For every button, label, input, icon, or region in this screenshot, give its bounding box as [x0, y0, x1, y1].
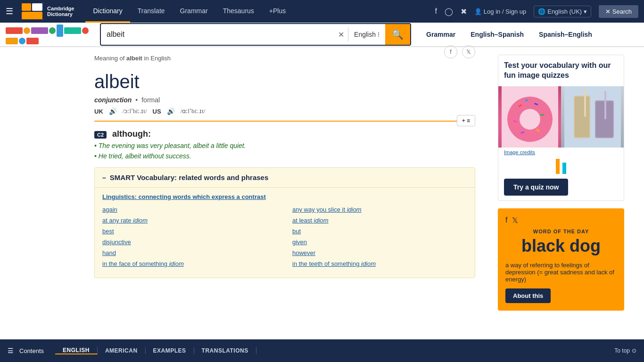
language-dropdown[interactable]: English ⁝ [348, 31, 385, 38]
smart-vocab-body: Linguistics: connecting words which expr… [95, 188, 475, 278]
svg-rect-13 [525, 99, 528, 101]
collapse-icon: – [102, 174, 106, 181]
vocab-again[interactable]: again [102, 205, 277, 214]
example-2: He tried, albeit without success. [94, 152, 475, 160]
nav-thesaurus[interactable]: Thesaurus [215, 0, 262, 23]
to-top-label: To top [614, 347, 630, 354]
language-label: English [354, 31, 376, 38]
vocab-however[interactable]: however [292, 248, 467, 257]
nav-grammar[interactable]: Grammar [173, 0, 215, 23]
block-red2 [26, 38, 39, 44]
vocab-grid: again any way you slice it idiom at any … [102, 205, 467, 268]
search-input[interactable] [101, 26, 334, 42]
search-top-button[interactable]: ✕ Search [599, 5, 638, 18]
chevron-down-icon: ▾ [584, 8, 587, 15]
user-icon: 👤 [474, 8, 482, 15]
twitter-icon[interactable]: ✖ [461, 7, 467, 16]
donut-image [498, 86, 561, 148]
smart-vocab-section: – SMART Vocabulary: related words and ph… [94, 167, 475, 278]
facebook-icon[interactable]: f [435, 7, 437, 16]
breadcrumb-word: albeit [126, 55, 142, 62]
bottom-hamburger-icon[interactable]: ☰ [8, 347, 14, 354]
wod-word: black dog [505, 236, 617, 256]
us-speaker-icon[interactable]: 🔊 [167, 107, 175, 115]
instagram-icon[interactable]: ◯ [445, 7, 453, 16]
logo-area[interactable]: CambridgeDictionary [21, 2, 74, 20]
vocab-any-way[interactable]: any way you slice it idiom [292, 205, 467, 214]
vocab-disjunctive[interactable]: disjunctive [102, 238, 277, 247]
wod-label: WORD OF THE DAY [505, 229, 617, 234]
quiz-title: Test your vocabulary with our fun image … [498, 55, 624, 86]
try-quiz-button[interactable]: Try a quiz now [504, 179, 568, 196]
wod-facebook-icon[interactable]: f [505, 216, 507, 225]
share-twitter-icon[interactable]: 𝕏 [462, 45, 475, 58]
block-teal [64, 27, 81, 34]
bottom-link-english[interactable]: ENGLISH [55, 347, 98, 354]
top-navigation: ☰ CambridgeDictionary Dictionary Transla… [0, 0, 644, 23]
share-facebook-icon[interactable]: f [444, 45, 457, 58]
secondary-nav-links: Grammar English–Spanish Spanish–English [419, 24, 600, 45]
uk-speaker-icon[interactable]: 🔊 [109, 107, 117, 115]
vocab-but[interactable]: but [292, 227, 467, 236]
vocab-at-least[interactable]: at least idiom [292, 216, 467, 225]
category-link[interactable]: Linguistics: connecting words which expr… [102, 193, 467, 200]
svg-rect-2 [32, 3, 42, 11]
accent-bar-blue [562, 163, 566, 174]
breadcrumb-suffix: in English [142, 55, 171, 62]
word-meta: conjunction • formal [94, 96, 475, 104]
login-button[interactable]: 👤 Log in / Sign up [474, 8, 526, 15]
smart-vocab-header[interactable]: – SMART Vocabulary: related words and ph… [95, 168, 475, 188]
block-red [6, 27, 23, 34]
bottom-contents-label[interactable]: Contents [19, 347, 44, 354]
word-of-day-box: f 𝕏 WORD OF THE DAY black dog a way of r… [498, 208, 624, 311]
pronunciation-area: UK 🔊 /ɔːlˈbiː.ɪt/ US 🔊 /ɑːlˈbiː.ɪt/ [94, 107, 475, 115]
svg-rect-3 [22, 12, 42, 19]
bottom-navigation: ☰ Contents ENGLISH AMERICAN EXAMPLES TRA… [0, 339, 644, 362]
content-area: Meaning of albeit in English f 𝕏 albeit … [0, 47, 490, 339]
bottom-link-examples[interactable]: EXAMPLES [146, 347, 194, 354]
language-selector[interactable]: 🌐 English (UK) ▾ [534, 6, 591, 17]
wod-twitter-icon[interactable]: 𝕏 [512, 216, 518, 225]
vocab-hand[interactable]: hand [102, 248, 277, 257]
logo-text: CambridgeDictionary [47, 6, 74, 17]
nav-translate[interactable]: Translate [130, 0, 173, 23]
sec-nav-english-spanish[interactable]: English–Spanish [463, 24, 531, 45]
sec-nav-grammar[interactable]: Grammar [419, 24, 463, 45]
bottom-link-translations[interactable]: TRANSLATIONS [194, 347, 256, 354]
meta-dot: • [135, 96, 138, 104]
nav-links: Dictionary Translate Grammar Thesaurus +… [85, 0, 293, 23]
vocab-in-face[interactable]: in the face of something idiom [102, 259, 277, 268]
hamburger-icon[interactable]: ☰ [6, 6, 13, 16]
image-credits-link[interactable]: Image credits [498, 148, 624, 157]
vocab-at-any-rate[interactable]: at any rate idiom [102, 216, 277, 225]
uk-label: UK [94, 108, 103, 115]
to-top-button[interactable]: To top ⊙ [614, 347, 636, 354]
bottom-link-american[interactable]: AMERICAN [98, 347, 146, 354]
about-button[interactable]: About this [505, 288, 551, 303]
block-blue-circle [19, 38, 25, 44]
vocab-given[interactable]: given [292, 238, 467, 247]
vocab-best[interactable]: best [102, 227, 277, 236]
search-go-button[interactable]: 🔍 [385, 24, 410, 45]
definition-text: although: [112, 129, 151, 139]
search-bar: ✕ English ⁝ 🔍 [100, 23, 411, 46]
uk-pronunciation: /ɔːlˈbiː.ɪt/ [123, 107, 147, 115]
block-red-circle [82, 27, 89, 34]
nav-dictionary[interactable]: Dictionary [85, 0, 130, 23]
cambridge-logo [21, 2, 43, 20]
svg-rect-20 [604, 91, 606, 119]
smoothie-image [561, 86, 624, 148]
clear-search-icon[interactable]: ✕ [334, 30, 348, 39]
sec-nav-spanish-english[interactable]: Spanish–English [531, 24, 600, 45]
word-type: conjunction [94, 96, 132, 104]
breadcrumb: Meaning of albeit in English [94, 55, 171, 62]
wod-social: f 𝕏 [505, 216, 617, 225]
svg-rect-17 [584, 89, 586, 117]
vocab-in-teeth[interactable]: in the teeth of something idiom [292, 259, 467, 268]
word-title: albeit [94, 71, 475, 92]
wod-definition: a way of referring to feelings of depres… [505, 262, 617, 283]
nav-plus[interactable]: +Plus [262, 0, 293, 23]
example-1: The evening was very pleasant, albeit a … [94, 142, 475, 149]
svg-rect-16 [575, 97, 589, 137]
add-to-list-button[interactable]: + ≡ [457, 115, 475, 126]
